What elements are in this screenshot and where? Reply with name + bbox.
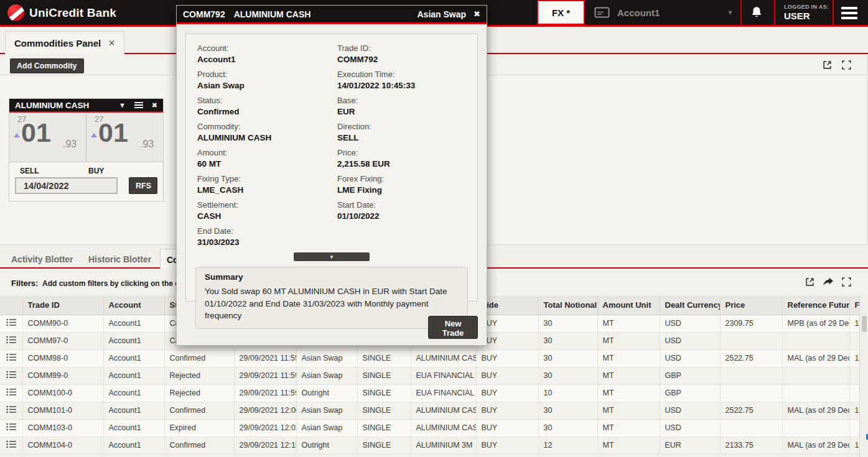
trade-details-panel: Account: Account1 Product: Asian Swap St… bbox=[185, 34, 478, 302]
col-row-menu[interactable] bbox=[0, 296, 22, 315]
tab-commodities-panel[interactable]: Commodities Panel × bbox=[5, 31, 124, 54]
row-menu-icon[interactable] bbox=[0, 332, 22, 349]
row-menu-icon[interactable] bbox=[0, 367, 22, 384]
unicredit-logo-icon bbox=[7, 4, 24, 21]
new-trade-button[interactable]: New Trade bbox=[428, 316, 478, 339]
close-icon[interactable]: ✖ bbox=[474, 9, 480, 19]
table-row[interactable]: COMM103-0 Account1 Expired 29/09/2021 12… bbox=[0, 419, 859, 436]
cell-execution-time: 29/09/2021 12:15: bbox=[234, 436, 296, 454]
tab-fx[interactable]: FX * bbox=[537, 0, 585, 25]
tenor-date-input[interactable] bbox=[15, 177, 118, 194]
cell-trade-id: COMM100-0 bbox=[22, 384, 103, 402]
cell-dealt-currency: USD bbox=[660, 402, 720, 419]
cell-fx-spot bbox=[849, 332, 859, 349]
divider bbox=[774, 0, 775, 25]
cell-account: Account1 bbox=[103, 332, 164, 349]
cell-fx-spot bbox=[849, 419, 859, 436]
cell-type: SINGLE bbox=[357, 384, 411, 402]
cell-account: Account1 bbox=[103, 402, 164, 419]
logged-in-as-label: LOGGED IN AS: bbox=[784, 4, 829, 10]
col-fx-spot[interactable]: Fx S bbox=[849, 296, 859, 315]
sell-decimals: .93 bbox=[63, 139, 77, 150]
modal-title: ALUMINIUM CASH bbox=[234, 9, 418, 19]
cell-type: SINGLE bbox=[357, 367, 411, 384]
trade-detail-field: Price: 2,215.58 EUR bbox=[337, 148, 477, 168]
col-trade-id[interactable]: Trade ID bbox=[22, 296, 103, 315]
row-menu-icon[interactable] bbox=[0, 436, 22, 454]
col-amount-unit[interactable]: Amount Unit bbox=[597, 296, 660, 315]
popout-icon[interactable] bbox=[822, 60, 833, 70]
trade-detail-field: Fixing Type: LME_CASH bbox=[197, 174, 337, 195]
fullscreen-icon[interactable] bbox=[841, 277, 852, 287]
vertical-scrollbar[interactable] bbox=[859, 296, 868, 457]
cell-price bbox=[720, 367, 782, 384]
table-row[interactable]: COMM104-0 Account1 Confirmed 29/09/2021 … bbox=[0, 436, 859, 454]
close-icon[interactable]: ✖ bbox=[152, 101, 157, 109]
cell-dealt-currency: USD bbox=[660, 315, 720, 332]
widget-menu-icon[interactable] bbox=[134, 101, 143, 109]
cell-execution-time: 29/09/2021 12:02: bbox=[234, 419, 296, 436]
tab-activity-blotter[interactable]: Activity Blotter bbox=[11, 254, 73, 264]
modal-product-badge: Asian Swap bbox=[418, 9, 467, 19]
row-menu-icon[interactable] bbox=[0, 419, 22, 436]
table-row[interactable]: COMM99-0 Account1 Rejected 29/09/2021 11… bbox=[0, 367, 859, 384]
cell-commodity: ALUMINIUM CASH bbox=[411, 349, 476, 367]
col-price[interactable]: Price bbox=[720, 296, 782, 315]
notifications-bell-icon[interactable] bbox=[750, 6, 763, 19]
trade-detail-field: Start Date: 01/10/2022 bbox=[337, 200, 477, 221]
cell-status: Expired bbox=[164, 419, 234, 436]
cell-execution-time: 29/09/2021 11:59: bbox=[234, 384, 296, 402]
field-value: Confirmed bbox=[197, 107, 337, 116]
menu-hamburger-icon[interactable] bbox=[841, 7, 857, 22]
field-value: 14/01/2022 10:45:33 bbox=[337, 81, 477, 90]
cell-side: BUY bbox=[476, 402, 538, 419]
cell-side: BUY bbox=[476, 349, 538, 367]
col-total-notional[interactable]: Total Notional Qu bbox=[538, 296, 597, 315]
col-reference-future[interactable]: Reference Future bbox=[782, 296, 849, 315]
buy-label: BUY bbox=[88, 167, 104, 175]
cell-type: SINGLE bbox=[357, 402, 411, 419]
aluminium-cash-widget: ALUMINIUM CASH ▼ ✖ 27 01 .93 27 01 .93 bbox=[9, 98, 164, 201]
buy-price-tile[interactable]: 27 01 .93 bbox=[86, 113, 163, 162]
cell-dealt-currency: USD bbox=[660, 332, 720, 349]
table-row[interactable]: COMM100-0 Account1 Rejected 29/09/2021 1… bbox=[0, 384, 859, 402]
table-row[interactable]: COMM98-0 Account1 Confirmed 29/09/2021 1… bbox=[0, 349, 859, 367]
popout-icon[interactable] bbox=[805, 277, 815, 287]
cell-execution-time: 29/09/2021 11:59: bbox=[234, 367, 296, 384]
brand-logo: UniCredit Bank bbox=[7, 4, 116, 21]
rfs-button[interactable]: RFS bbox=[129, 177, 157, 194]
field-label: Status: bbox=[197, 96, 337, 105]
row-menu-icon[interactable] bbox=[0, 384, 22, 402]
col-dealt-currency[interactable]: Dealt Currency bbox=[660, 296, 720, 315]
tab-historic-blotter[interactable]: Historic Blotter bbox=[88, 254, 151, 264]
field-label: Execution Time: bbox=[337, 70, 477, 79]
cell-commodity: EUA FINANCIAL bbox=[411, 367, 476, 384]
scrollbar-thumb[interactable] bbox=[862, 316, 867, 332]
cell-product: Asian Swap bbox=[296, 402, 357, 419]
share-icon[interactable] bbox=[823, 277, 834, 287]
field-value: EUR bbox=[337, 107, 477, 116]
row-menu-icon[interactable] bbox=[0, 315, 22, 332]
col-account[interactable]: Account bbox=[103, 296, 164, 315]
field-value: COMM792 bbox=[337, 55, 477, 64]
row-menu-icon[interactable] bbox=[0, 349, 22, 367]
add-commodity-button[interactable]: Add Commodity bbox=[10, 58, 84, 73]
field-value: SELL bbox=[337, 133, 477, 142]
row-menu-icon[interactable] bbox=[0, 402, 22, 419]
cell-dealt-currency: USD bbox=[660, 419, 720, 436]
sell-price-tile[interactable]: 27 01 .93 bbox=[9, 113, 86, 162]
collapse-details-button[interactable]: ▼ bbox=[294, 252, 370, 261]
field-label: Fixing Type: bbox=[197, 174, 337, 183]
field-value: LME Fixing bbox=[337, 185, 477, 195]
close-icon[interactable]: × bbox=[108, 37, 115, 50]
cell-dealt-currency: USD bbox=[660, 349, 720, 367]
chevron-down-icon[interactable]: ▼ bbox=[727, 9, 734, 16]
table-row[interactable]: COMM101-0 Account1 Confirmed 29/09/2021 … bbox=[0, 402, 859, 419]
cell-trade-id: COMM99-0 bbox=[22, 367, 103, 384]
chevron-down-icon[interactable]: ▼ bbox=[119, 101, 126, 109]
fullscreen-icon[interactable] bbox=[841, 60, 852, 70]
cell-amount-unit: MT bbox=[597, 402, 660, 419]
account-selector[interactable]: Account1 bbox=[594, 0, 660, 25]
divider bbox=[740, 0, 742, 25]
filters-hint: Add custom filters by clicking on the co… bbox=[42, 279, 197, 288]
